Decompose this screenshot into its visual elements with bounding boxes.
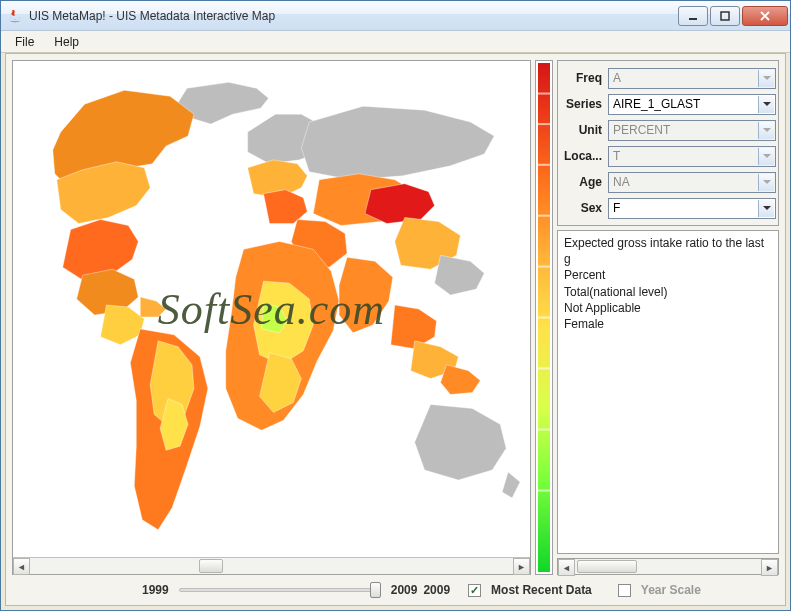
desc-line: Not Applicable bbox=[564, 300, 772, 316]
chevron-down-icon bbox=[758, 148, 774, 165]
most-recent-label: Most Recent Data bbox=[491, 583, 592, 597]
java-app-icon bbox=[7, 8, 23, 24]
menu-help[interactable]: Help bbox=[46, 33, 87, 51]
scroll-track[interactable] bbox=[575, 559, 761, 574]
freq-label: Freq bbox=[560, 71, 608, 85]
color-legend bbox=[535, 60, 553, 575]
map-horizontal-scrollbar[interactable]: ◄ ► bbox=[13, 557, 530, 574]
timeline-current-year: 2009 bbox=[423, 583, 450, 597]
sex-label: Sex bbox=[560, 201, 608, 215]
location-label: Loca... bbox=[560, 149, 608, 163]
chevron-down-icon bbox=[758, 70, 774, 87]
series-label: Series bbox=[560, 97, 608, 111]
timeline-end-year: 2009 bbox=[391, 583, 418, 597]
scroll-thumb[interactable] bbox=[199, 559, 223, 573]
year-slider[interactable] bbox=[175, 581, 385, 599]
slider-thumb[interactable] bbox=[370, 582, 381, 598]
window-title: UIS MetaMap! - UIS Metadata Interactive … bbox=[29, 9, 678, 23]
unit-combo[interactable]: PERCENT bbox=[608, 120, 776, 141]
filter-panel: Freq A Series AIRE_1_GLAST Unit PERCENT … bbox=[557, 60, 779, 226]
sex-combo[interactable]: F bbox=[608, 198, 776, 219]
close-button[interactable] bbox=[742, 6, 788, 26]
description-box: Expected gross intake ratio to the last … bbox=[557, 230, 779, 554]
client-area: SoftSea.com ◄ ► bbox=[5, 53, 786, 606]
map-panel: SoftSea.com ◄ ► bbox=[12, 60, 531, 575]
chevron-down-icon bbox=[758, 200, 774, 217]
description-scrollbar[interactable]: ◄ ► bbox=[557, 558, 779, 575]
scroll-track[interactable] bbox=[30, 558, 513, 574]
svg-rect-1 bbox=[721, 12, 729, 20]
chevron-down-icon bbox=[758, 96, 774, 113]
chevron-down-icon bbox=[758, 174, 774, 191]
minimize-button[interactable] bbox=[678, 6, 708, 26]
menu-file[interactable]: File bbox=[7, 33, 42, 51]
age-combo[interactable]: NA bbox=[608, 172, 776, 193]
side-panel: Freq A Series AIRE_1_GLAST Unit PERCENT … bbox=[557, 60, 779, 575]
scroll-right-button[interactable]: ► bbox=[513, 558, 530, 575]
scroll-left-button[interactable]: ◄ bbox=[558, 559, 575, 576]
desc-line: Percent bbox=[564, 267, 772, 283]
svg-rect-0 bbox=[689, 18, 697, 20]
age-label: Age bbox=[560, 175, 608, 189]
desc-line: Expected gross intake ratio to the last … bbox=[564, 235, 772, 267]
scroll-thumb[interactable] bbox=[577, 560, 637, 573]
app-window: UIS MetaMap! - UIS Metadata Interactive … bbox=[0, 0, 791, 611]
unit-label: Unit bbox=[560, 123, 608, 137]
timeline-start-year: 1999 bbox=[142, 583, 169, 597]
series-combo[interactable]: AIRE_1_GLAST bbox=[608, 94, 776, 115]
scroll-right-button[interactable]: ► bbox=[761, 559, 778, 576]
maximize-button[interactable] bbox=[710, 6, 740, 26]
title-bar: UIS MetaMap! - UIS Metadata Interactive … bbox=[1, 1, 790, 31]
timeline-bar: 1999 2009 2009 Most Recent Data Year Sca… bbox=[12, 579, 779, 601]
menu-bar: File Help bbox=[1, 31, 790, 53]
desc-line: Total(national level) bbox=[564, 284, 772, 300]
year-scale-checkbox[interactable] bbox=[618, 584, 631, 597]
location-combo[interactable]: T bbox=[608, 146, 776, 167]
window-controls bbox=[678, 6, 788, 26]
world-map[interactable]: SoftSea.com bbox=[13, 61, 530, 557]
desc-line: Female bbox=[564, 316, 772, 332]
freq-combo[interactable]: A bbox=[608, 68, 776, 89]
year-scale-label: Year Scale bbox=[641, 583, 701, 597]
chevron-down-icon bbox=[758, 122, 774, 139]
scroll-left-button[interactable]: ◄ bbox=[13, 558, 30, 575]
most-recent-checkbox[interactable] bbox=[468, 584, 481, 597]
